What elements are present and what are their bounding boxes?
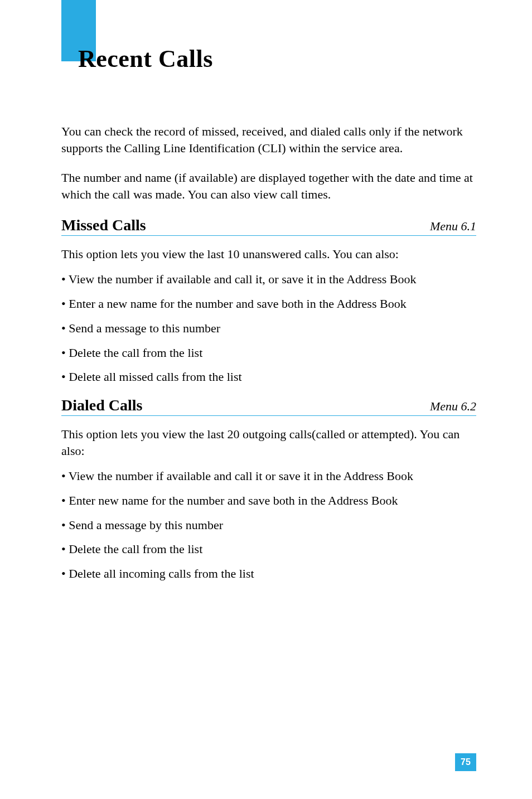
intro-paragraph-2: The number and name (if available) are d… bbox=[61, 170, 476, 202]
list-item: Enter new name for the number and save b… bbox=[61, 492, 476, 509]
document-page: Recent Calls You can check the record of… bbox=[0, 0, 532, 582]
section-heading: Dialed Calls Menu 6.2 bbox=[61, 396, 476, 416]
list-item: View the number if available and call it… bbox=[61, 271, 476, 288]
bullet-list: View the number if available and call it… bbox=[61, 468, 476, 582]
list-item: Send a message to this number bbox=[61, 320, 476, 337]
list-item: Send a message by this number bbox=[61, 517, 476, 534]
list-item: Delete the call from the list bbox=[61, 345, 476, 361]
page-title: Recent Calls bbox=[61, 28, 476, 73]
page-number-badge: 75 bbox=[455, 753, 476, 771]
intro-paragraph-1: You can check the record of missed, rece… bbox=[61, 123, 476, 156]
list-item: Delete all incoming calls from the list bbox=[61, 565, 476, 582]
bullet-list: View the number if available and call it… bbox=[61, 271, 476, 385]
list-item: Delete all missed calls from the list bbox=[61, 369, 476, 385]
list-item: Enter a new name for the number and save… bbox=[61, 296, 476, 312]
section-menu-label: Menu 6.2 bbox=[430, 399, 476, 414]
section-menu-label: Menu 6.1 bbox=[430, 219, 476, 234]
section-heading: Missed Calls Menu 6.1 bbox=[61, 216, 476, 236]
section-intro: This option lets you view the last 10 un… bbox=[61, 246, 476, 263]
section-intro: This option lets you view the last 20 ou… bbox=[61, 426, 476, 459]
page-number: 75 bbox=[461, 757, 471, 767]
section-dialed-calls: Dialed Calls Menu 6.2 This option lets y… bbox=[61, 396, 476, 582]
list-item: Delete the call from the list bbox=[61, 541, 476, 558]
section-title: Dialed Calls bbox=[61, 396, 142, 414]
title-block: Recent Calls bbox=[61, 28, 476, 73]
section-missed-calls: Missed Calls Menu 6.1 This option lets y… bbox=[61, 216, 476, 385]
section-title: Missed Calls bbox=[61, 216, 146, 234]
list-item: View the number if available and call it… bbox=[61, 468, 476, 485]
